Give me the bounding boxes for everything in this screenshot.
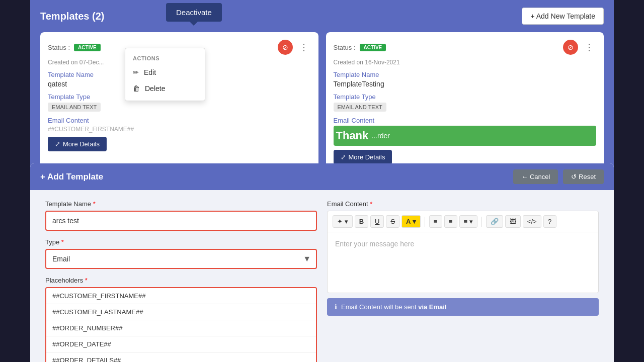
actions-menu-header: ACTIONS bbox=[125, 52, 205, 64]
card-actions-2: ⊘ ⋮ bbox=[563, 40, 596, 55]
toolbar-code-btn[interactable]: </> bbox=[523, 215, 541, 228]
add-new-template-button[interactable]: + Add New Template bbox=[522, 8, 604, 25]
status-row-2: Status : ACTIVE bbox=[334, 44, 386, 51]
email-preview-suffix: ...rder bbox=[371, 132, 390, 140]
templates-header: Templates (2) + Add New Template bbox=[40, 8, 604, 25]
deactivate-button-2[interactable]: ⊘ bbox=[563, 40, 578, 55]
more-details-button-1[interactable]: ⤢ More Details bbox=[48, 137, 107, 151]
required-asterisk-name: * bbox=[93, 200, 96, 208]
actions-dropdown: ACTIONS ✏ Edit 🗑 Delete bbox=[125, 48, 205, 101]
status-label-2: Status : bbox=[334, 44, 356, 51]
toolbar-image-btn[interactable]: 🖼 bbox=[505, 215, 521, 228]
toolbar-special-btn[interactable]: ✦ ▾ bbox=[333, 215, 353, 228]
template-name-input[interactable] bbox=[45, 211, 317, 231]
toolbar-separator-1 bbox=[425, 217, 425, 227]
placeholder-item-3[interactable]: ##ORDER_NUMBER## bbox=[46, 320, 316, 336]
form-right: Email Content * ✦ ▾ B U S A ▾ ≡ ≡ ≡ ▾ bbox=[327, 200, 599, 362]
edit-action[interactable]: ✏ Edit bbox=[125, 64, 205, 80]
delete-icon: 🗑 bbox=[133, 84, 140, 93]
toolbar-ul-btn[interactable]: ≡ bbox=[429, 215, 442, 228]
cancel-button[interactable]: ← Cancel bbox=[513, 169, 558, 184]
type-group: Type * Email Text Email and Text ▼ bbox=[45, 238, 317, 269]
card-actions-1: ⊘ ⋮ bbox=[278, 40, 311, 55]
edit-icon: ✏ bbox=[133, 68, 139, 76]
info-icon: ℹ bbox=[335, 303, 337, 311]
toolbar-separator-2 bbox=[481, 217, 482, 227]
status-badge-2: ACTIVE bbox=[360, 44, 386, 51]
email-content-group: Email Content * ✦ ▾ B U S A ▾ ≡ ≡ ≡ ▾ bbox=[327, 200, 599, 316]
type-select[interactable]: Email Text Email and Text bbox=[45, 249, 317, 269]
placeholder-item-5[interactable]: ##ORDER_DETAILS## bbox=[46, 352, 316, 362]
email-content-value-1: ##CUSTOMER_FIRSTNAME## bbox=[48, 126, 311, 133]
toolbar-help-btn[interactable]: ? bbox=[543, 215, 556, 228]
info-banner: ℹ Email Content will be sent via Email bbox=[327, 298, 599, 316]
status-row-1: Status : ACTIVE bbox=[48, 44, 101, 51]
email-content-label: Email Content * bbox=[327, 200, 599, 208]
placeholder-item-1[interactable]: ##CUSTOMER_FIRSTNAME## bbox=[46, 288, 316, 304]
toolbar-link-btn[interactable]: 🔗 bbox=[486, 215, 503, 228]
placeholder-item-2[interactable]: ##CUSTOMER_LASTNAME## bbox=[46, 304, 316, 320]
name-value-2: TemplateTesting bbox=[334, 80, 597, 88]
info-banner-text: Email Content will be sent via Email bbox=[341, 303, 447, 311]
form-left: Template Name * Type * Email Text Email … bbox=[45, 200, 317, 362]
placeholders-container: ##CUSTOMER_FIRSTNAME## ##CUSTOMER_LASTNA… bbox=[45, 287, 317, 362]
type-label: Type * bbox=[45, 238, 317, 246]
toolbar-bold-btn[interactable]: B bbox=[355, 215, 368, 228]
type-label-2: Template Type bbox=[334, 93, 597, 101]
toolbar-ol-btn[interactable]: ≡ bbox=[444, 215, 457, 228]
deactivate-tooltip-label: Deactivate bbox=[176, 8, 212, 17]
email-content-label-1: Email Content bbox=[48, 117, 311, 124]
email-content-label-2: Email Content bbox=[334, 117, 597, 124]
template-name-group: Template Name * bbox=[45, 200, 317, 231]
more-options-button-1[interactable]: ⋮ bbox=[297, 41, 311, 54]
add-template-section: + Add Template ← Cancel ↺ Reset Template… bbox=[30, 163, 614, 362]
editor-toolbar: ✦ ▾ B U S A ▾ ≡ ≡ ≡ ▾ 🔗 🖼 </> ? bbox=[328, 211, 598, 232]
more-details-button-2[interactable]: ⤢ More Details bbox=[334, 150, 392, 164]
placeholders-label: Placeholders * bbox=[45, 277, 317, 284]
expand-icon: ⤢ bbox=[55, 140, 60, 148]
toolbar-align-btn[interactable]: ≡ ▾ bbox=[459, 215, 477, 228]
toolbar-underline-btn[interactable]: U bbox=[370, 215, 384, 228]
required-asterisk-email: * bbox=[370, 200, 372, 208]
type-select-wrapper: Email Text Email and Text ▼ bbox=[45, 249, 317, 269]
add-template-header: + Add Template ← Cancel ↺ Reset bbox=[30, 163, 614, 190]
template-card-2: Status : ACTIVE ⊘ ⋮ Created on 16-Nov-20… bbox=[326, 32, 604, 172]
status-label-1: Status : bbox=[48, 44, 70, 51]
required-asterisk-type: * bbox=[61, 238, 64, 246]
required-asterisk-placeholders: * bbox=[85, 277, 88, 284]
toolbar-strikethrough-btn[interactable]: S bbox=[386, 215, 399, 228]
templates-title: Templates (2) bbox=[40, 11, 104, 22]
status-badge-1: ACTIVE bbox=[74, 44, 101, 51]
header-actions: ← Cancel ↺ Reset bbox=[513, 169, 604, 184]
delete-action[interactable]: 🗑 Delete bbox=[125, 80, 205, 97]
type-badge-1: EMAIL AND TEXT bbox=[48, 103, 101, 112]
placeholders-group: Placeholders * ##CUSTOMER_FIRSTNAME## ##… bbox=[45, 277, 317, 362]
template-name-label: Template Name * bbox=[45, 200, 317, 208]
deactivate-tooltip: Deactivate bbox=[166, 3, 222, 22]
deactivate-button-1[interactable]: ⊘ bbox=[278, 40, 293, 55]
toolbar-color-btn[interactable]: A ▾ bbox=[401, 215, 421, 228]
reset-button[interactable]: ↺ Reset bbox=[563, 169, 604, 184]
editor-body[interactable]: Enter your message here bbox=[328, 232, 598, 293]
email-preview-2: Thank ...rder bbox=[334, 126, 597, 146]
form-body: Template Name * Type * Email Text Email … bbox=[30, 190, 614, 362]
placeholder-item-4[interactable]: ##ORDER_DATE## bbox=[46, 336, 316, 352]
name-label-2: Template Name bbox=[334, 71, 597, 78]
more-options-button-2[interactable]: ⋮ bbox=[582, 41, 596, 54]
email-preview-text: Thank bbox=[336, 129, 369, 142]
created-date-2: Created on 16-Nov-2021 bbox=[334, 59, 597, 66]
templates-section: Templates (2) + Add New Template Status … bbox=[30, 0, 614, 177]
type-badge-2: EMAIL AND TEXT bbox=[334, 103, 386, 112]
add-template-title: + Add Template bbox=[40, 172, 103, 182]
expand-icon-2: ⤢ bbox=[341, 153, 346, 161]
email-editor: ✦ ▾ B U S A ▾ ≡ ≡ ≡ ▾ 🔗 🖼 </> ? bbox=[327, 211, 599, 293]
template-card-2-header: Status : ACTIVE ⊘ ⋮ bbox=[334, 40, 597, 55]
